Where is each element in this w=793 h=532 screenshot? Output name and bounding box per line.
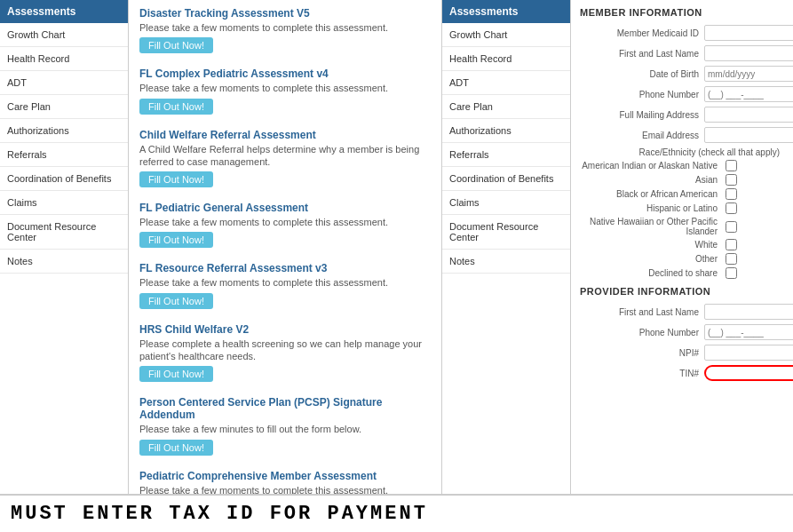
assessment-title[interactable]: FL Resource Referral Assessment v3 xyxy=(139,262,431,274)
left-sidebar-item[interactable]: ADT xyxy=(0,71,128,95)
right-sidebar-item[interactable]: Health Record xyxy=(442,47,570,71)
form-input[interactable] xyxy=(704,25,793,41)
right-sidebar-item[interactable]: Referrals xyxy=(442,143,570,167)
assessment-title[interactable]: FL Complex Pediatric Assessment v4 xyxy=(139,67,431,80)
member-form-row: Phone Number xyxy=(580,86,784,102)
left-sidebar-item[interactable]: Notes xyxy=(0,250,128,274)
left-sidebar-header: Assessments xyxy=(0,0,128,23)
assessment-block: Person Centered Service Plan (PCSP) Sign… xyxy=(139,396,431,464)
right-sidebar-item[interactable]: Document Resource Center xyxy=(442,215,570,250)
race-section: Race/Ethnicity (check all that apply) Am… xyxy=(580,147,784,279)
race-checkbox-row: Hispanic or Latino xyxy=(580,202,784,214)
race-option-label: Asian xyxy=(580,175,722,185)
race-checkbox[interactable] xyxy=(726,221,737,233)
right-sidebar-item[interactable]: Growth Chart xyxy=(442,23,570,47)
form-label: Full Mailing Address xyxy=(580,110,704,120)
left-sidebar-item[interactable]: Health Record xyxy=(0,47,128,71)
left-sidebar-item[interactable]: Document Resource Center xyxy=(0,215,128,250)
form-input[interactable] xyxy=(704,107,793,123)
form-label: First and Last Name xyxy=(580,49,704,59)
left-sidebar-item[interactable]: Coordination of Benefits xyxy=(0,167,128,191)
fill-out-button[interactable]: Fill Out Now! xyxy=(139,37,213,53)
race-checkbox-row: American Indian or Alaskan Native xyxy=(580,160,784,171)
fill-out-button[interactable]: Fill Out Now! xyxy=(139,232,213,248)
form-label: Email Address xyxy=(580,131,704,140)
race-checkbox[interactable] xyxy=(726,253,737,265)
form-label: Date of Birth xyxy=(580,69,704,79)
fill-out-button[interactable]: Fill Out Now! xyxy=(139,99,213,115)
race-checkbox[interactable] xyxy=(726,267,737,279)
race-checkbox-row: Declined to share xyxy=(580,267,784,279)
form-input[interactable] xyxy=(704,45,793,61)
tin-input[interactable] xyxy=(704,365,793,381)
provider-form-row: TIN# xyxy=(580,365,784,381)
fill-out-button[interactable]: Fill Out Now! xyxy=(139,366,213,382)
provider-form-row: NPI# xyxy=(580,345,784,361)
right-sidebar-item[interactable]: Coordination of Benefits xyxy=(442,167,570,191)
form-label: Member Medicaid ID xyxy=(580,28,704,38)
provider-form-row: First and Last Name xyxy=(580,304,784,320)
fill-out-button[interactable]: Fill Out Now! xyxy=(139,440,213,456)
member-form-row: First and Last Name xyxy=(580,45,784,61)
form-label: TIN# xyxy=(580,369,704,378)
fill-out-button[interactable]: Fill Out Now! xyxy=(139,171,213,187)
right-sidebar-item[interactable]: Authorizations xyxy=(442,119,570,143)
left-sidebar-item[interactable]: Claims xyxy=(0,191,128,215)
right-sidebar-item[interactable]: ADT xyxy=(442,71,570,95)
assessment-desc: Please take a few moments to complete th… xyxy=(139,82,431,94)
form-label: Phone Number xyxy=(580,328,704,337)
left-sidebar-item[interactable]: Authorizations xyxy=(0,119,128,143)
left-sidebar-item[interactable]: Care Plan xyxy=(0,95,128,119)
assessment-desc: Please take a few moments to complete th… xyxy=(139,276,431,289)
race-option-label: Black or African American xyxy=(580,189,722,199)
provider-form-input[interactable] xyxy=(704,345,793,361)
assessment-list: Disaster Tracking Assessment V5Please ta… xyxy=(139,7,431,532)
race-label: Race/Ethnicity (check all that apply) xyxy=(580,147,784,157)
member-form-row: Full Mailing Address xyxy=(580,107,784,123)
assessment-desc: Please take a few moments to complete th… xyxy=(139,21,431,34)
form-input[interactable] xyxy=(704,127,793,143)
race-checkbox-row: Other xyxy=(580,253,784,265)
right-sidebar-item[interactable]: Claims xyxy=(442,191,570,215)
assessment-desc: Please complete a health screening so we… xyxy=(139,337,431,363)
race-checkbox-row: Asian xyxy=(580,174,784,186)
right-sidebar-item[interactable]: Notes xyxy=(442,250,570,274)
race-checkbox[interactable] xyxy=(726,188,737,200)
race-option-label: Native Hawaiian or Other Pacific Islande… xyxy=(580,217,722,236)
form-label: Phone Number xyxy=(580,90,704,99)
left-sidebar-item[interactable]: Referrals xyxy=(0,143,128,167)
form-input[interactable] xyxy=(704,86,793,102)
fill-out-button[interactable]: Fill Out Now! xyxy=(139,293,213,309)
form-label: First and Last Name xyxy=(580,307,704,317)
assessment-block: FL Resource Referral Assessment v3Please… xyxy=(139,262,431,317)
assessment-title[interactable]: Disaster Tracking Assessment V5 xyxy=(139,7,431,20)
assessment-desc: A Child Welfare Referral helps determine… xyxy=(139,143,431,169)
provider-fields: First and Last NamePhone NumberNPI#TIN# xyxy=(580,304,784,381)
form-input[interactable] xyxy=(704,66,793,82)
provider-form-input[interactable] xyxy=(704,324,793,340)
race-option-label: Other xyxy=(580,254,722,264)
right-sidebar-item[interactable]: Care Plan xyxy=(442,95,570,119)
race-option-label: Declined to share xyxy=(580,268,722,278)
right-sidebar-header: Assessments xyxy=(442,0,570,23)
race-checkbox[interactable] xyxy=(726,160,737,171)
provider-form-input[interactable] xyxy=(704,304,793,320)
provider-section: PROVIDER INFORMATION First and Last Name… xyxy=(580,286,784,381)
assessment-title[interactable]: Child Welfare Referral Assessment xyxy=(139,129,431,141)
race-checkbox[interactable] xyxy=(726,239,737,250)
provider-form-row: Phone Number xyxy=(580,324,784,340)
right-sidebar-nav: Growth ChartHealth RecordADTCare PlanAut… xyxy=(442,23,570,274)
assessment-title[interactable]: FL Pediatric General Assessment xyxy=(139,202,431,214)
assessment-title[interactable]: Pediatric Comprehensive Member Assessmen… xyxy=(139,470,431,482)
race-checkbox[interactable] xyxy=(726,202,737,214)
left-sidebar-item[interactable]: Growth Chart xyxy=(0,23,128,47)
assessment-block: Disaster Tracking Assessment V5Please ta… xyxy=(139,7,431,62)
race-checkbox[interactable] xyxy=(726,174,737,186)
member-form-row: Member Medicaid ID xyxy=(580,25,784,41)
assessment-title[interactable]: Person Centered Service Plan (PCSP) Sign… xyxy=(139,396,431,421)
assessment-desc: Please take a few moments to complete th… xyxy=(139,216,431,228)
assessment-block: FL Pediatric General AssessmentPlease ta… xyxy=(139,202,431,257)
assessments-content: Disaster Tracking Assessment V5Please ta… xyxy=(129,0,442,532)
provider-title: PROVIDER INFORMATION xyxy=(580,286,784,297)
assessment-title[interactable]: HRS Child Welfare V2 xyxy=(139,323,431,336)
